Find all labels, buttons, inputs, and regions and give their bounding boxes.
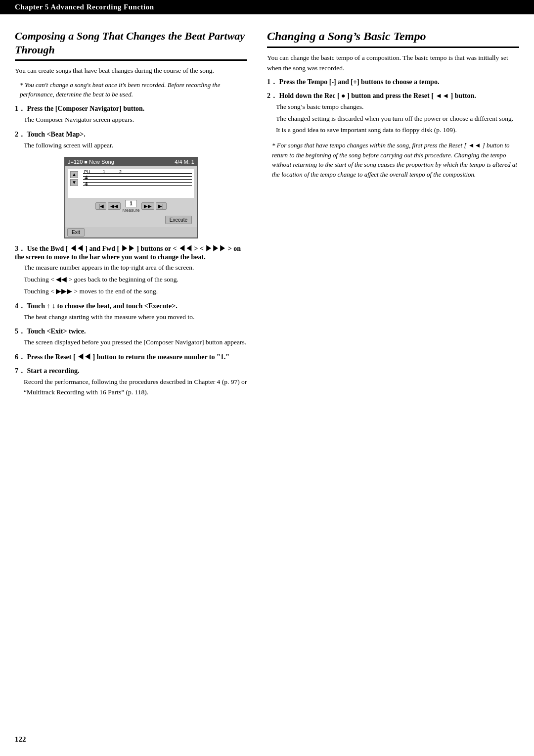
step-1-body: The Composer Navigator screen appears. [24, 115, 247, 125]
right-step-2: 2． Hold down the Rec [ ● ] button and pr… [267, 92, 519, 136]
right-step-2-body1: The song’s basic tempo changes. [276, 102, 519, 112]
measure-text-label: Measure [122, 208, 139, 213]
rewind-start-btn[interactable]: |◀ [95, 202, 106, 210]
exit-row: Exit [65, 227, 197, 237]
step-6-label: 6． Press the Reset [ ◀◀ ] button to retu… [15, 353, 247, 362]
exit-btn[interactable]: Exit [67, 228, 85, 236]
down-arrow-btn[interactable]: ▼ [70, 179, 78, 186]
right-step-1: 1． Press the Tempo [-] and [+] buttons t… [267, 78, 519, 87]
chapter-label: Chapter 5 Advanced Recording Function [15, 3, 154, 11]
step-7-body: Record the performance, following the pr… [24, 377, 247, 398]
left-note: You can't change a song's beat once it's… [20, 80, 247, 99]
right-step-1-label: 1． Press the Tempo [-] and [+] buttons t… [267, 78, 519, 87]
step-3-text: Use the Bwd [ ◀◀ ] and Fwd [ ▶▶ ] button… [15, 245, 241, 261]
left-intro: You can create songs that have beat chan… [15, 66, 247, 76]
step-6-text: Press the Reset [ ◀◀ ] button to return … [27, 353, 230, 361]
right-step-2-num: 2． [267, 92, 277, 99]
right-step-1-num: 1． [267, 78, 277, 86]
up-arrow-btn[interactable]: ▲ [70, 171, 78, 178]
left-step-4: 4． Touch ↑ ↓ to choose the beat, and tou… [15, 302, 247, 323]
fast-forward-btn[interactable]: ▶▶ [141, 202, 154, 210]
screen-top-bar: J=120 ■ New Song 4/4 M: 1 [65, 158, 197, 166]
screen-body: ▲ ▼ PU 1 2 [65, 166, 197, 227]
chapter-header: Chapter 5 Advanced Recording Function [0, 0, 534, 14]
right-step-2-body2: The changed setting is discarded when yo… [276, 114, 519, 124]
step-5-label: 5． Touch <Exit> twice. [15, 327, 247, 336]
staff-line-4 [83, 182, 192, 183]
staff-lines [83, 173, 192, 188]
step-7-text: Start a recording. [27, 367, 80, 375]
screen-staff-area: ▲ ▼ PU 1 2 [68, 169, 194, 198]
left-step-1: 1． Press the [Composer Navigator] button… [15, 104, 247, 125]
right-steps-list: 1． Press the Tempo [-] and [+] buttons t… [267, 78, 519, 136]
step-4-label: 4． Touch ↑ ↓ to choose the beat, and tou… [15, 302, 247, 311]
step-3-body3: Touching < ▶▶▶ > moves to the end of the… [24, 286, 247, 297]
step-2-text: Touch <Beat Map>. [27, 131, 86, 138]
step-7-num: 7． [15, 367, 25, 375]
left-step-3: 3． Use the Bwd [ ◀◀ ] and Fwd [ ▶▶ ] but… [15, 244, 247, 297]
screen-image: J=120 ■ New Song 4/4 M: 1 ▲ ▼ [64, 157, 198, 238]
staff-line-1 [83, 173, 192, 174]
page: Chapter 5 Advanced Recording Function Co… [0, 0, 534, 756]
fast-forward-end-btn[interactable]: ▶| [156, 202, 167, 210]
step-3-body1: The measure number appears in the top-ri… [24, 263, 247, 273]
staff-line-2 [83, 176, 192, 177]
staff-line-3 [83, 179, 192, 180]
step-3-num: 3． [15, 245, 25, 252]
page-number: 122 [15, 735, 26, 744]
right-column: Changing a Song’s Basic Tempo You can ch… [267, 29, 519, 403]
right-step-2-text: Hold down the Rec [ ● ] button and press… [279, 92, 476, 99]
step-7-label: 7． Start a recording. [15, 367, 247, 376]
execute-row: Execute [68, 215, 194, 225]
right-section-title: Changing a Song’s Basic Tempo [267, 29, 519, 48]
measure-display: 1 Measure [122, 200, 139, 213]
step-1-label: 1． Press the [Composer Navigator] button… [15, 104, 247, 113]
screen-top-left: J=120 ■ New Song [68, 159, 114, 165]
step-2-num: 2． [15, 131, 25, 138]
left-column: Composing a Song That Changes the Beat P… [15, 29, 247, 403]
left-steps-list: 1． Press the [Composer Navigator] button… [15, 104, 247, 398]
step-1-num: 1． [15, 105, 25, 112]
step-4-num: 4． [15, 302, 25, 310]
left-step-5: 5． Touch <Exit> twice. The screen displa… [15, 327, 247, 348]
step-6-num: 6． [15, 353, 25, 361]
screen-top-right: 4/4 M: 1 [175, 159, 194, 165]
measure-number-box: 1 [125, 200, 137, 207]
step-4-body: The beat change starting with the measur… [24, 312, 247, 323]
step-2-body: The following screen will appear. [24, 141, 247, 151]
rewind-btn[interactable]: ◀◀ [108, 202, 121, 210]
left-step-7: 7． Start a recording. Record the perform… [15, 367, 247, 398]
content-area: Composing a Song That Changes the Beat P… [0, 14, 534, 418]
right-step-2-body3: It is a good idea to save important song… [276, 125, 519, 136]
step-3-label: 3． Use the Bwd [ ◀◀ ] and Fwd [ ▶▶ ] but… [15, 244, 247, 261]
step-1-text: Press the [Composer Navigator] button. [27, 105, 145, 112]
left-step-6: 6． Press the Reset [ ◀◀ ] button to retu… [15, 353, 247, 362]
step-5-body: The screen displayed before you pressed … [24, 337, 247, 348]
right-note: For songs that have tempo changes within… [272, 141, 519, 179]
step-2-label: 2． Touch <Beat Map>. [15, 130, 247, 139]
staff-line-5 [83, 185, 192, 186]
step-5-text: Touch <Exit> twice. [27, 328, 86, 335]
left-step-2: 2． Touch <Beat Map>. The following scree… [15, 130, 247, 238]
transport-row: |◀ ◀◀ 1 Measure ▶▶ ▶| [68, 200, 194, 213]
step-5-num: 5． [15, 328, 25, 335]
right-step-2-label: 2． Hold down the Rec [ ● ] button and pr… [267, 92, 519, 100]
right-step-1-text: Press the Tempo [-] and [+] buttons to c… [279, 78, 440, 86]
right-intro: You can change the basic tempo of a comp… [267, 53, 519, 74]
left-section-title: Composing a Song That Changes the Beat P… [15, 29, 247, 61]
execute-btn[interactable]: Execute [165, 216, 192, 224]
step-4-text: Touch ↑ ↓ to choose the beat, and touch … [27, 302, 177, 310]
step-3-body2: Touching < ◀◀ > goes back to the beginni… [24, 275, 247, 285]
